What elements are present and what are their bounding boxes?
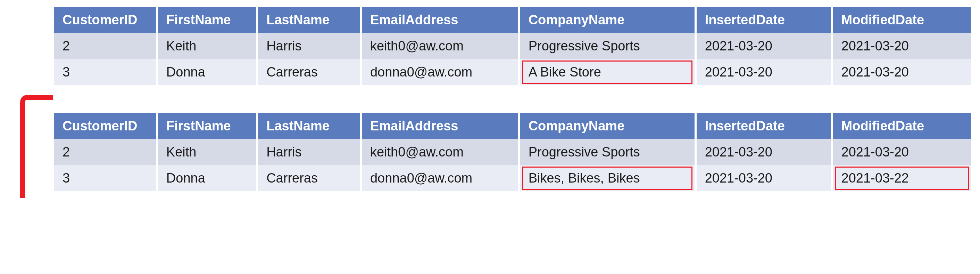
cell-customerid: 2 xyxy=(54,33,156,59)
table-before: CustomerID FirstName LastName EmailAddre… xyxy=(52,7,973,85)
cell-inserteddate: 2021-03-20 xyxy=(697,139,831,165)
cell-emailaddress: donna0@aw.com xyxy=(362,165,518,191)
col-header-companyname: CompanyName xyxy=(520,7,695,33)
col-header-inserteddate: InsertedDate xyxy=(697,7,831,33)
col-header-inserteddate: InsertedDate xyxy=(697,113,831,139)
cell-companyname: Bikes, Bikes, Bikes xyxy=(520,165,695,191)
cell-text: Bikes, Bikes, Bikes xyxy=(528,171,640,185)
cell-lastname: Harris xyxy=(258,139,360,165)
table-row: 2 Keith Harris keith0@aw.com Progressive… xyxy=(54,139,971,165)
tables-container: CustomerID FirstName LastName EmailAddre… xyxy=(52,7,973,191)
table-header-row: CustomerID FirstName LastName EmailAddre… xyxy=(54,113,971,139)
cell-modifieddate: 2021-03-22 xyxy=(833,165,971,191)
cell-customerid: 2 xyxy=(54,139,156,165)
table-header-row: CustomerID FirstName LastName EmailAddre… xyxy=(54,7,971,33)
cell-firstname: Donna xyxy=(158,59,256,85)
col-header-firstname: FirstName xyxy=(158,7,256,33)
col-header-modifieddate: ModifiedDate xyxy=(833,7,971,33)
table-after: CustomerID FirstName LastName EmailAddre… xyxy=(52,113,973,191)
col-header-companyname: CompanyName xyxy=(520,113,695,139)
page: CustomerID FirstName LastName EmailAddre… xyxy=(3,7,973,191)
gap xyxy=(52,85,973,113)
cell-text: 2021-03-22 xyxy=(842,171,909,185)
cell-text: A Bike Store xyxy=(528,65,601,79)
cell-emailaddress: keith0@aw.com xyxy=(362,33,518,59)
cell-lastname: Carreras xyxy=(258,165,360,191)
cell-customerid: 3 xyxy=(54,59,156,85)
cell-inserteddate: 2021-03-20 xyxy=(697,33,831,59)
cell-modifieddate: 2021-03-20 xyxy=(833,139,971,165)
col-header-emailaddress: EmailAddress xyxy=(362,7,518,33)
col-header-lastname: LastName xyxy=(258,113,360,139)
col-header-lastname: LastName xyxy=(258,7,360,33)
cell-lastname: Carreras xyxy=(258,59,360,85)
col-header-emailaddress: EmailAddress xyxy=(362,113,518,139)
cell-inserteddate: 2021-03-20 xyxy=(697,165,831,191)
table-row: 3 Donna Carreras donna0@aw.com A Bike St… xyxy=(54,59,971,85)
table-row: 2 Keith Harris keith0@aw.com Progressive… xyxy=(54,33,971,59)
cell-modifieddate: 2021-03-20 xyxy=(833,33,971,59)
cell-companyname: A Bike Store xyxy=(520,59,695,85)
cell-lastname: Harris xyxy=(258,33,360,59)
cell-companyname: Progressive Sports xyxy=(520,33,695,59)
col-header-firstname: FirstName xyxy=(158,113,256,139)
cell-inserteddate: 2021-03-20 xyxy=(697,59,831,85)
cell-emailaddress: donna0@aw.com xyxy=(362,59,518,85)
col-header-customerid: CustomerID xyxy=(54,7,156,33)
table-row: 3 Donna Carreras donna0@aw.com Bikes, Bi… xyxy=(54,165,971,191)
cell-emailaddress: keith0@aw.com xyxy=(362,139,518,165)
change-arrow-icon xyxy=(9,7,57,198)
cell-modifieddate: 2021-03-20 xyxy=(833,59,971,85)
cell-firstname: Keith xyxy=(158,33,256,59)
cell-companyname: Progressive Sports xyxy=(520,139,695,165)
cell-firstname: Donna xyxy=(158,165,256,191)
cell-firstname: Keith xyxy=(158,139,256,165)
cell-customerid: 3 xyxy=(54,165,156,191)
col-header-modifieddate: ModifiedDate xyxy=(833,113,971,139)
col-header-customerid: CustomerID xyxy=(54,113,156,139)
